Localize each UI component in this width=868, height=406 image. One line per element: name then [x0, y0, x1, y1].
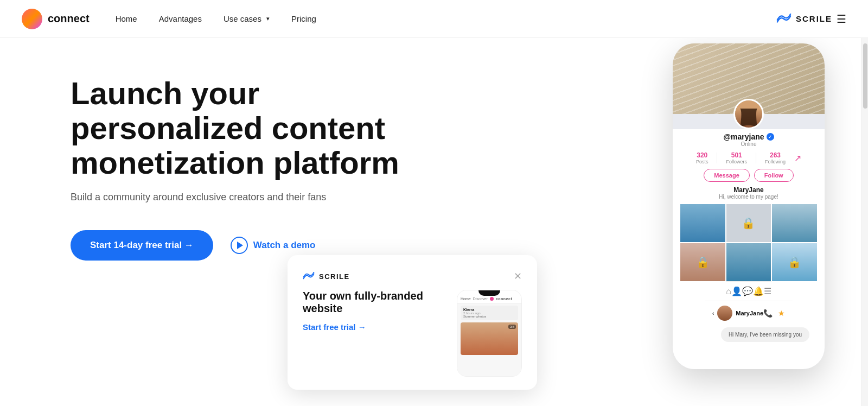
stat-divider-2	[756, 153, 756, 163]
msg-sender-name: Kierra	[463, 308, 515, 312]
right-phone-panel: @maryjane ✓ Online 320 Posts 501 Followe…	[662, 38, 846, 406]
logo[interactable]: connect	[22, 9, 90, 29]
hero-subtitle: Build a community around exclusive creat…	[71, 192, 662, 203]
play-icon	[231, 237, 248, 254]
logo-text: connect	[48, 12, 90, 25]
stat-followers: 501 Followers	[726, 151, 747, 164]
profile-avatar-wrapper	[673, 99, 825, 129]
card-phone-notch	[478, 290, 500, 296]
nav-right: SCRILE ☰	[776, 12, 846, 26]
play-triangle-icon	[237, 242, 243, 249]
avatar-hair-decoration	[735, 109, 762, 128]
use-cases-chevron-icon: ▾	[266, 15, 270, 22]
lock-overlay-4: 🔒	[680, 243, 725, 281]
scrile-brand-text: SCRILE	[796, 14, 832, 23]
video-badge: 3:8	[508, 325, 516, 329]
topbar-connect-text: connect	[496, 297, 512, 301]
grid-cell-5	[726, 243, 771, 281]
main-content: Launch your personalized content monetiz…	[0, 0, 868, 406]
stat-posts: 320 Posts	[696, 151, 709, 164]
lock-overlay-6: 🔒	[772, 243, 817, 281]
phone-nav-bar: ⌂ 👤 💬 🔔 ☰	[726, 281, 771, 301]
card-scrile-brand: SCRILE	[303, 272, 350, 281]
verified-badge-icon: ✓	[767, 133, 774, 141]
content-grid: 🔒 🔒 🔒	[680, 204, 817, 281]
message-button[interactable]: Message	[704, 169, 749, 182]
card-text: Your own fully-branded website Start fre…	[303, 290, 448, 332]
share-icon: ↗	[794, 153, 801, 163]
profile-bio: Hi, welcome to my page!	[719, 194, 778, 200]
profile-body: @maryjane ✓ Online 320 Posts 501 Followe…	[673, 129, 825, 369]
start-trial-button[interactable]: Start 14-day free trial →	[71, 230, 213, 261]
profile-action-buttons: Message Follow	[704, 169, 793, 182]
display-name: MaryJane	[733, 186, 763, 194]
grid-cell-2: 🔒	[726, 204, 771, 242]
chat-bubble: Hi Mary, I've been missing you	[721, 327, 809, 342]
nav-use-cases[interactable]: Use cases ▾	[224, 14, 270, 23]
navbar: connect Home Advantages Use cases ▾ Pric…	[0, 0, 868, 38]
float-card: SCRILE ✕ Your own fully-branded website …	[288, 255, 537, 390]
stat-following: 263 Following	[765, 151, 786, 164]
nav-home[interactable]: Home	[116, 14, 137, 23]
card-scrile-icon	[303, 272, 315, 281]
card-heading: Your own fully-branded website	[303, 290, 448, 315]
scrollbar[interactable]	[861, 0, 868, 406]
scrollbar-thumb[interactable]	[863, 43, 867, 109]
profile-username: @maryjane ✓	[723, 132, 774, 141]
call-icon: 📞	[763, 309, 773, 318]
card-cta-link[interactable]: Start free trial →	[303, 322, 448, 332]
prev-nav: ‹ MaryJane	[712, 306, 763, 321]
nav-advantages[interactable]: Advantages	[159, 14, 202, 23]
phone-message-item: Kierra 2 hours ago Summer photos	[461, 306, 518, 320]
hero-title: Launch your personalized content monetiz…	[71, 76, 450, 180]
card-header: SCRILE ✕	[303, 270, 522, 282]
watch-demo-button[interactable]: Watch a demo	[231, 237, 316, 254]
nav-left: connect Home Advantages Use cases ▾ Pric…	[22, 9, 316, 29]
phone-bottom-bar: ‹ MaryJane 📞 ★	[705, 301, 793, 325]
card-phone-mockup: Home Discover connect Kierra 2 hours ago…	[457, 290, 522, 377]
bottom-username: MaryJane	[736, 310, 763, 316]
nav-menu-icon: ☰	[764, 286, 771, 296]
lock-overlay-2: 🔒	[726, 204, 771, 242]
scrile-nav-icon	[776, 14, 792, 24]
online-status: Online	[741, 141, 757, 147]
nav-pricing[interactable]: Pricing	[291, 14, 316, 23]
nav-home-icon: ⌂	[726, 287, 731, 296]
card-body: Your own fully-branded website Start fre…	[303, 290, 522, 377]
phone-frame: @maryjane ✓ Online 320 Posts 501 Followe…	[673, 43, 825, 369]
nav-links: Home Advantages Use cases ▾ Pricing	[116, 14, 316, 23]
lock-icon-4: 🔒	[696, 256, 710, 269]
card-close-button[interactable]: ✕	[514, 270, 522, 282]
msg-text: Summer photos	[463, 315, 515, 318]
card-brand-text: SCRILE	[319, 272, 350, 281]
nav-chat-icon: 💬	[742, 286, 753, 296]
follow-button[interactable]: Follow	[754, 169, 794, 182]
profile-avatar	[733, 99, 764, 129]
stat-divider-1	[717, 153, 717, 163]
card-phone-screen: Home Discover connect Kierra 2 hours ago…	[457, 290, 521, 376]
nav-profile-icon: 👤	[731, 286, 742, 296]
bottom-actions: 📞 ★	[763, 309, 785, 318]
hamburger-icon[interactable]: ☰	[837, 12, 846, 26]
grid-cell-1	[680, 204, 725, 242]
nav-bell-icon: 🔔	[753, 286, 764, 296]
grid-cell-3	[772, 204, 817, 242]
card-phone-content: Kierra 2 hours ago Summer photos 3:8	[457, 303, 521, 376]
lock-icon-6: 🔒	[788, 256, 801, 269]
phone-video-thumbnail: 3:8	[461, 322, 518, 355]
grid-cell-4: 🔒	[680, 243, 725, 281]
profile-stats: 320 Posts 501 Followers 263 Following ↗	[696, 151, 801, 164]
star-icon: ★	[778, 309, 785, 318]
grid-cell-6: 🔒	[772, 243, 817, 281]
lock-icon-2: 🔒	[742, 217, 755, 230]
bottom-avatar	[717, 306, 732, 321]
logo-icon	[22, 9, 42, 29]
topbar-connect-dot	[490, 297, 494, 301]
